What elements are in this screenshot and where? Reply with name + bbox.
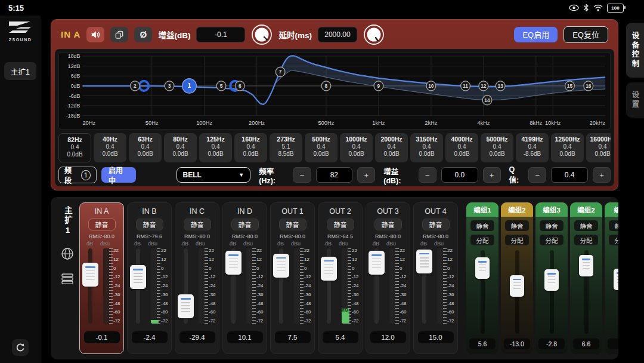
band-cell[interactable]: 80Hz 0.4 0.0dB xyxy=(164,133,197,162)
band-cell[interactable]: 125Hz 0.4 0.0dB xyxy=(199,133,232,162)
delay-input[interactable]: 2000.00 xyxy=(318,27,357,42)
rack-button[interactable] xyxy=(60,271,75,287)
band-cell[interactable]: 12500Hz 0.4 0.0dB xyxy=(551,133,584,162)
group-fader-value[interactable]: -2.8 xyxy=(538,339,565,349)
eq-graph[interactable]: 18dB12dB6dB0dB-6dB-12dB-18dB20Hz50Hz100H… xyxy=(58,52,611,130)
gain-plus-button[interactable]: + xyxy=(483,167,501,183)
freq-minus-button[interactable]: − xyxy=(293,167,311,183)
eq-reset-button[interactable]: EQ复位 xyxy=(564,26,608,43)
mute-button[interactable]: 静音 xyxy=(374,219,402,230)
group-fader-handle[interactable] xyxy=(544,269,559,291)
group-mute-button[interactable]: 静音 xyxy=(574,220,598,231)
band-cell[interactable]: 160Hz 0.4 0.0dB xyxy=(234,133,267,162)
band-cell[interactable]: 4000Hz 0.4 0.0dB xyxy=(445,133,478,162)
fader-value[interactable]: 10.1 xyxy=(227,331,263,343)
fader-value[interactable]: 5.4 xyxy=(323,331,358,343)
band-enabled-button[interactable]: 启用中 xyxy=(101,167,136,183)
q-minus-button[interactable]: − xyxy=(528,167,546,183)
fader-value[interactable]: -2.4 xyxy=(132,331,168,343)
fader-handle[interactable] xyxy=(369,251,385,275)
mute-button[interactable]: 静音 xyxy=(327,219,354,230)
group-fader-value[interactable]: -13.0 xyxy=(504,339,530,349)
mute-button[interactable]: 静音 xyxy=(422,219,450,230)
network-button[interactable] xyxy=(60,246,75,262)
group-assign-button[interactable]: 分配 xyxy=(574,235,598,245)
band-cell[interactable]: 4199Hz 0.4 -8.6dB xyxy=(516,133,549,162)
channel-strip[interactable]: IN D 静音 RMS:-80.0 dB dBu 22120-12-24-36-… xyxy=(222,202,267,354)
channel-strip[interactable]: OUT 3 静音 RMS:-80.0 dB dBu 22120-12-24-36… xyxy=(366,202,410,354)
tab-settings[interactable]: 设置 xyxy=(626,82,644,118)
freq-value-input[interactable]: 82 xyxy=(316,167,353,183)
channel-strip[interactable]: IN B 静音 RMS:-79.6 dB dBu 22120-12-24-36-… xyxy=(127,202,172,354)
band-cell[interactable]: 273Hz 5.1 8.5dB xyxy=(270,133,302,162)
mute-button[interactable]: 静音 xyxy=(279,219,306,230)
band-cell[interactable]: 1000Hz 0.4 0.0dB xyxy=(340,133,373,162)
channel-strip[interactable]: OUT 1 静音 RMS:-80.0 dB dBu 22120-12-24-36… xyxy=(270,202,315,354)
mute-button[interactable]: 静音 xyxy=(136,219,163,230)
group-mute-button[interactable]: 静音 xyxy=(540,220,564,231)
band-cell[interactable]: 2000Hz 0.4 0.0dB xyxy=(375,133,408,162)
group-strip[interactable]: 编组2 静音 分配 6.6 xyxy=(570,202,602,354)
group-mute-button[interactable]: 静音 xyxy=(609,220,618,231)
group-fader-handle[interactable] xyxy=(579,255,593,276)
mute-button[interactable]: 静音 xyxy=(88,219,116,230)
band-select-button[interactable]: 频段 1 xyxy=(58,167,97,183)
group-mute-button[interactable]: 静音 xyxy=(470,220,494,231)
band-cell[interactable]: 63Hz 0.4 0.0dB xyxy=(129,133,162,162)
fader-handle[interactable] xyxy=(178,294,194,318)
channel-strip[interactable]: OUT 2 静音 RMS:-64.5 dB dBu RMS 22120-12-2… xyxy=(318,202,363,354)
copy-button[interactable] xyxy=(110,27,128,42)
channel-strip[interactable]: OUT 4 静音 RMS:-80.0 dB dBu 22120-12-24-36… xyxy=(413,202,458,354)
channel-strip[interactable]: IN A 静音 RMS:-80.0 dB dBu 22120-12-24-36-… xyxy=(79,202,124,354)
fader-value[interactable]: -29.4 xyxy=(179,331,215,343)
gain-minus-button[interactable]: − xyxy=(419,167,436,183)
group-strip[interactable]: 编组2 静音 分配 -13.0 xyxy=(501,202,533,354)
filter-type-dropdown[interactable]: BELL ▼ xyxy=(177,167,251,183)
fader-handle[interactable] xyxy=(225,251,242,275)
band-cell[interactable]: 16000Hz 0.4 0.0dB xyxy=(586,133,611,162)
fader-value[interactable]: 12.0 xyxy=(370,331,406,343)
group-strip[interactable]: 编组3 静音 分配 -2.8 xyxy=(535,202,568,354)
band-cell[interactable]: 40Hz 0.4 0.0dB xyxy=(94,133,126,162)
group-fader-handle[interactable] xyxy=(475,257,490,279)
delay-knob[interactable] xyxy=(363,24,385,45)
band-gain-value-input[interactable]: 0.0 xyxy=(441,167,478,183)
mute-button[interactable]: 静音 xyxy=(184,219,211,230)
group-strip[interactable]: 编组1 静音 分配 5.6 xyxy=(466,202,499,354)
band-cell[interactable]: 82Hz 0.4 0.0dB xyxy=(58,133,91,162)
fader-value[interactable]: 15.0 xyxy=(418,331,454,343)
group-mute-button[interactable]: 静音 xyxy=(505,220,529,231)
group-fader-value[interactable]: 5.6 xyxy=(469,339,496,349)
group-assign-button[interactable]: 分配 xyxy=(505,235,529,245)
group-assign-button[interactable]: 分配 xyxy=(470,235,494,245)
band-cell[interactable]: 5000Hz 0.4 0.0dB xyxy=(481,133,513,162)
group-fader-track[interactable] xyxy=(550,250,554,334)
sidebar-zone-button[interactable]: 主扩1 xyxy=(4,62,36,80)
tab-device-control[interactable]: 设备控制 xyxy=(626,23,644,78)
fader-handle[interactable] xyxy=(82,263,98,287)
gain-input[interactable]: -0.1 xyxy=(196,27,245,42)
mute-button[interactable]: 静音 xyxy=(231,219,259,230)
group-fader-handle[interactable] xyxy=(614,269,618,290)
refresh-button[interactable] xyxy=(12,339,29,356)
phase-button[interactable]: Ø xyxy=(134,27,152,42)
gain-knob[interactable] xyxy=(251,24,273,45)
fader-value[interactable]: 7.5 xyxy=(275,331,311,343)
group-fader-value[interactable]: 6.6 xyxy=(573,339,599,349)
mute-toggle-button[interactable] xyxy=(86,27,104,42)
group-assign-button[interactable]: 分配 xyxy=(540,235,564,245)
q-value-input[interactable]: 0.4 xyxy=(551,167,588,183)
band-cell[interactable]: 3150Hz 0.4 0.0dB xyxy=(410,133,443,162)
fader-handle[interactable] xyxy=(416,250,432,273)
fader-handle[interactable] xyxy=(321,257,337,281)
band-cell[interactable]: 500Hz 0.4 0.0dB xyxy=(305,133,338,162)
group-fader-handle[interactable] xyxy=(510,275,524,297)
group-assign-button[interactable]: 分配 xyxy=(609,235,618,245)
fader-handle[interactable] xyxy=(130,265,146,289)
group-strip[interactable]: 编组 静音 分配 xyxy=(605,202,618,354)
channel-strip[interactable]: IN C 静音 RMS:-80.0 dB dBu 22120-12-24-36-… xyxy=(175,202,219,354)
eq-enable-button[interactable]: EQ启用 xyxy=(514,27,558,42)
fader-value[interactable]: -0.1 xyxy=(84,331,120,343)
q-plus-button[interactable]: + xyxy=(593,167,611,183)
freq-plus-button[interactable]: + xyxy=(357,167,375,183)
